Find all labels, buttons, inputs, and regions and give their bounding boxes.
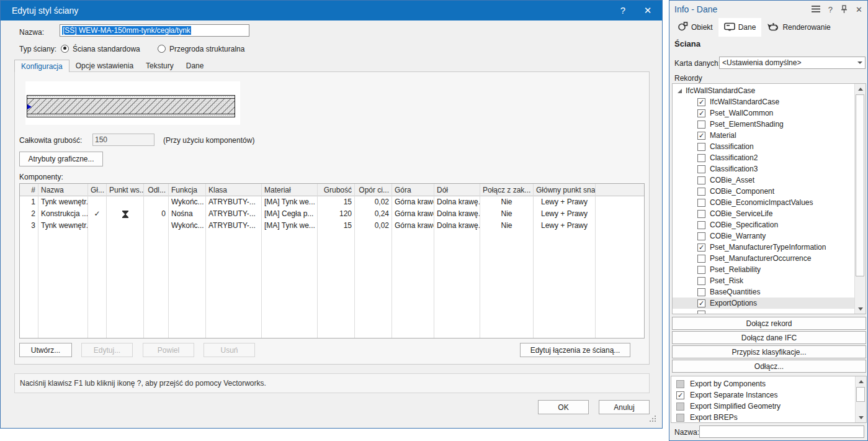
record-checkbox[interactable]: [697, 277, 705, 285]
radio-standard-wall[interactable]: [61, 45, 69, 53]
record-row[interactable]: COBie_Specification: [673, 219, 855, 230]
table-cell[interactable]: [107, 196, 143, 208]
scroll-up-icon[interactable]: [856, 376, 866, 386]
tab-konfiguracja[interactable]: Konfiguracja: [14, 60, 69, 72]
table-cell[interactable]: ATRYBUTY-...: [206, 220, 261, 232]
ok-button[interactable]: OK: [538, 400, 589, 414]
detach-button[interactable]: Odłącz...: [672, 360, 866, 373]
resize-grip[interactable]: [650, 416, 656, 422]
table-cell[interactable]: 120: [318, 208, 354, 220]
table-cell[interactable]: [144, 196, 168, 208]
delete-button[interactable]: Usuń: [204, 343, 255, 357]
column-header[interactable]: Funkcja: [169, 184, 205, 196]
duplicate-button[interactable]: Powiel: [143, 343, 194, 357]
record-checkbox[interactable]: [697, 143, 705, 151]
record-row[interactable]: ✓Pset_ManufacturerTypeInformation: [673, 242, 855, 253]
pin-icon[interactable]: [841, 5, 848, 15]
record-row[interactable]: Pset_Risk: [673, 275, 855, 286]
table-cell[interactable]: Dolna krawę...: [434, 208, 480, 220]
record-row[interactable]: ✓ExportOptions: [673, 298, 855, 309]
column-header[interactable]: Nazwa: [38, 184, 87, 196]
expand-triangle-icon[interactable]: [678, 89, 682, 93]
palette-help-icon[interactable]: ?: [828, 6, 833, 14]
export-option-checkbox[interactable]: [676, 402, 684, 411]
records-scroll-thumb[interactable]: [856, 94, 864, 276]
table-cell[interactable]: Dolna krawę...: [434, 196, 480, 208]
export-option-checkbox[interactable]: [676, 380, 684, 388]
column-header[interactable]: Góra: [392, 184, 434, 196]
record-checkbox[interactable]: [697, 176, 705, 184]
record-checkbox[interactable]: [697, 232, 705, 240]
table-cell[interactable]: Nie: [480, 196, 533, 208]
record-row[interactable]: Classification: [673, 141, 855, 152]
record-checkbox[interactable]: [697, 255, 705, 263]
tab-obiekt[interactable]: Obiekt: [672, 18, 718, 37]
record-row[interactable]: BaseQuantities: [673, 286, 855, 298]
record-row[interactable]: Classification3: [673, 163, 855, 175]
export-option-checkbox[interactable]: ✓: [676, 391, 684, 399]
column-header[interactable]: Klasa: [206, 184, 261, 196]
export-scrollbar[interactable]: [855, 376, 866, 422]
assign-classification-button[interactable]: Przypisz klasyfikacje...: [672, 345, 866, 358]
record-checkbox[interactable]: [697, 311, 705, 315]
record-checkbox[interactable]: [697, 154, 705, 162]
record-root-row[interactable]: IfcWallStandardCase: [673, 85, 855, 96]
record-row[interactable]: ✓IfcWallStandardCase: [673, 96, 855, 107]
record-checkbox[interactable]: ✓: [697, 299, 705, 307]
attach-record-button[interactable]: Dołącz rekord: [672, 317, 866, 330]
column-header[interactable]: Odl...: [144, 184, 168, 196]
column-header[interactable]: Dół: [434, 184, 480, 196]
table-cell[interactable]: [596, 208, 644, 220]
table-cell[interactable]: 2: [20, 208, 38, 220]
edit-button[interactable]: Edytuj...: [81, 343, 133, 357]
table-cell[interactable]: [MA] Cegła p...: [262, 208, 317, 220]
column-header[interactable]: Grubość: [318, 184, 354, 196]
record-checkbox[interactable]: [697, 210, 705, 218]
tab-renderowanie[interactable]: Renderowanie: [761, 18, 836, 37]
record-row[interactable]: Pset_Reliability: [673, 264, 855, 275]
table-cell[interactable]: [596, 220, 644, 232]
table-cell[interactable]: 0,02: [355, 196, 391, 208]
record-row[interactable]: COBie_Warranty: [673, 230, 855, 242]
data-card-select[interactable]: <Ustawienia domyślne>: [719, 57, 866, 69]
table-cell[interactable]: 0,24: [355, 208, 391, 220]
export-option-row[interactable]: Export by Components: [671, 378, 856, 389]
column-header[interactable]: Gł...: [88, 184, 106, 196]
table-cell[interactable]: Nie: [480, 220, 533, 232]
table-cell[interactable]: ATRYBUTY-...: [206, 208, 261, 220]
scroll-down-icon[interactable]: [856, 412, 866, 422]
wall-style-name-input[interactable]: [SŚ] WEW-MA-150mm-tynk/cegła/tynk: [60, 24, 249, 37]
table-cell[interactable]: [88, 220, 106, 232]
radio-standard-wall-label[interactable]: Ściana standardowa: [73, 45, 140, 53]
column-header[interactable]: [596, 184, 644, 196]
record-checkbox[interactable]: ✓: [697, 98, 705, 106]
table-cell[interactable]: [MA] Tynk we...: [262, 196, 317, 208]
tab-tekstury[interactable]: Tekstury: [140, 60, 180, 72]
table-cell[interactable]: 15: [318, 220, 354, 232]
scroll-up-icon[interactable]: [855, 84, 866, 94]
table-cell[interactable]: Nośna: [169, 208, 205, 220]
table-cell[interactable]: Górna krawę...: [392, 208, 434, 220]
table-cell[interactable]: 1: [20, 196, 38, 208]
export-option-checkbox[interactable]: [676, 414, 684, 422]
column-header[interactable]: Punkt ws...: [107, 184, 143, 196]
edit-wall-joins-button[interactable]: Edytuj łączenia ze ścianą...: [520, 343, 630, 357]
table-cell[interactable]: Górna krawę...: [392, 196, 434, 208]
record-checkbox[interactable]: [697, 288, 705, 296]
table-cell[interactable]: Górna krawę...: [392, 220, 434, 232]
record-checkbox[interactable]: ✓: [697, 243, 705, 252]
record-row[interactable]: Pset_ManufacturerOccurrence: [673, 253, 855, 264]
table-cell[interactable]: Tynk wewnętr...: [38, 220, 87, 232]
table-cell[interactable]: Wykońc...: [169, 196, 205, 208]
table-cell[interactable]: ✓: [88, 208, 106, 220]
record-checkbox[interactable]: [697, 120, 705, 129]
record-row[interactable]: Classification2: [673, 152, 855, 163]
record-row[interactable]: [673, 309, 855, 314]
table-cell[interactable]: Nie: [480, 208, 533, 220]
export-option-row[interactable]: Export Simplified Geometry: [671, 401, 856, 412]
radio-structural-partition[interactable]: [158, 45, 166, 53]
record-checkbox[interactable]: [697, 266, 705, 274]
table-cell[interactable]: [88, 196, 106, 208]
table-cell[interactable]: Wykońc...: [169, 220, 205, 232]
dialog-titlebar[interactable]: Edytuj styl ściany ? ✕: [1, 1, 662, 20]
